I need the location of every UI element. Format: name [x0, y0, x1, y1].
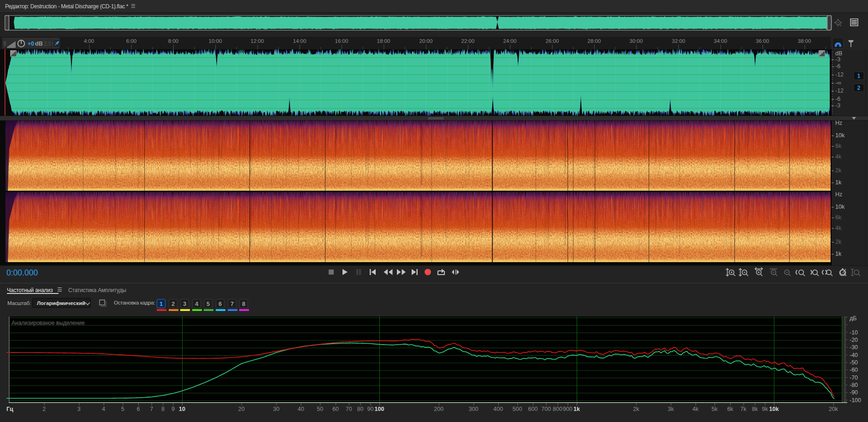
svg-text:1: 1 [857, 73, 861, 79]
svg-text:-40: -40 [850, 352, 858, 358]
svg-text:1k: 1k [835, 179, 842, 186]
svg-text:-12: -12 [835, 71, 844, 78]
svg-text:дБ: дБ [850, 315, 857, 322]
svg-text:-∞: -∞ [835, 80, 841, 86]
svg-text:36:00: 36:00 [756, 38, 769, 44]
svg-text:5k: 5k [712, 406, 718, 412]
svg-text:26:00: 26:00 [546, 38, 559, 44]
svg-text:900: 900 [563, 406, 573, 412]
svg-text:dB: dB [835, 50, 842, 57]
svg-text:6k: 6k [727, 406, 733, 412]
svg-text:10k: 10k [769, 406, 779, 412]
svg-text:2: 2 [42, 406, 46, 412]
svg-text:20: 20 [238, 406, 245, 412]
svg-text:10k: 10k [835, 204, 845, 210]
svg-text:-30: -30 [850, 344, 858, 351]
svg-text:4k: 4k [835, 225, 842, 231]
svg-text:7k: 7k [740, 406, 747, 412]
svg-text:2k: 2k [633, 406, 639, 412]
svg-text:30: 30 [273, 406, 279, 412]
svg-text:12:00: 12:00 [251, 38, 264, 44]
svg-text:34:00: 34:00 [714, 38, 727, 44]
svg-text:70: 70 [346, 406, 352, 412]
svg-text:50: 50 [317, 406, 323, 412]
svg-text:7: 7 [150, 406, 153, 412]
svg-text:8k: 8k [752, 406, 758, 412]
svg-text:10:00: 10:00 [209, 38, 222, 44]
svg-text:4k: 4k [692, 406, 699, 412]
svg-text:300: 300 [469, 406, 478, 412]
svg-text:32:00: 32:00 [672, 38, 685, 44]
svg-text:-80: -80 [850, 382, 858, 388]
svg-text:-6: -6 [835, 96, 840, 102]
svg-text:Hz: Hz [835, 120, 842, 126]
svg-text:28:00: 28:00 [588, 38, 601, 44]
svg-text:-12: -12 [835, 88, 844, 94]
svg-text:1k: 1k [573, 406, 580, 412]
svg-text:18:00: 18:00 [377, 38, 390, 44]
svg-text:-90: -90 [850, 389, 858, 396]
svg-text:-6: -6 [835, 63, 840, 70]
svg-text:38:00: 38:00 [798, 38, 811, 44]
svg-text:8:00: 8:00 [168, 38, 178, 44]
svg-text:80: 80 [357, 406, 364, 412]
svg-text:Hz: Hz [835, 191, 842, 198]
svg-text:-3: -3 [835, 56, 840, 63]
svg-text:9k: 9k [762, 406, 768, 412]
svg-text:-20: -20 [850, 337, 858, 343]
svg-text:5: 5 [121, 406, 124, 412]
svg-text:6k: 6k [835, 214, 842, 221]
svg-text:-100: -100 [850, 397, 861, 404]
svg-text:800: 800 [553, 406, 562, 412]
svg-text:30:00: 30:00 [630, 38, 643, 44]
svg-text:4:00: 4:00 [84, 38, 94, 44]
svg-text:60: 60 [332, 406, 339, 412]
svg-text:dB: dB [35, 41, 43, 47]
svg-text:10: 10 [179, 406, 185, 412]
svg-text:90: 90 [367, 406, 373, 412]
svg-text:22:00: 22:00 [461, 38, 475, 44]
svg-text:9: 9 [171, 406, 175, 412]
svg-text:-60: -60 [850, 367, 858, 373]
svg-text:20k: 20k [829, 406, 838, 412]
svg-text:1k: 1k [835, 251, 842, 257]
svg-text:20:00: 20:00 [419, 38, 433, 44]
svg-text:Анализированое выделение: Анализированое выделение [12, 320, 85, 326]
svg-text:3k: 3k [668, 406, 674, 412]
svg-text:6k: 6k [835, 143, 842, 149]
svg-text:-10: -10 [850, 329, 858, 336]
svg-text:700: 700 [541, 406, 551, 412]
svg-text:2: 2 [857, 85, 861, 91]
svg-text:24:00: 24:00 [503, 38, 517, 44]
svg-text:3: 3 [77, 406, 81, 412]
svg-text:40: 40 [298, 406, 304, 412]
svg-text:16:00: 16:00 [335, 38, 348, 44]
svg-text:2k: 2k [835, 167, 842, 174]
svg-text:-3: -3 [835, 102, 840, 109]
svg-text:2k: 2k [835, 239, 842, 245]
svg-text:6: 6 [137, 406, 140, 412]
svg-text:4k: 4k [835, 153, 842, 160]
svg-text:14:00: 14:00 [293, 38, 307, 44]
svg-text:+0: +0 [28, 41, 34, 47]
svg-text:600: 600 [528, 406, 538, 412]
svg-text:-50: -50 [850, 359, 858, 366]
svg-text:Гц: Гц [6, 406, 13, 412]
svg-text:6:00: 6:00 [126, 38, 136, 44]
svg-text:-70: -70 [850, 375, 858, 381]
svg-text:8: 8 [161, 406, 165, 412]
svg-text:10k: 10k [835, 132, 845, 139]
svg-text:100: 100 [375, 406, 384, 412]
svg-text:4: 4 [102, 406, 105, 412]
svg-text:200: 200 [434, 406, 443, 412]
svg-text:400: 400 [493, 406, 503, 412]
svg-text:500: 500 [513, 406, 522, 412]
